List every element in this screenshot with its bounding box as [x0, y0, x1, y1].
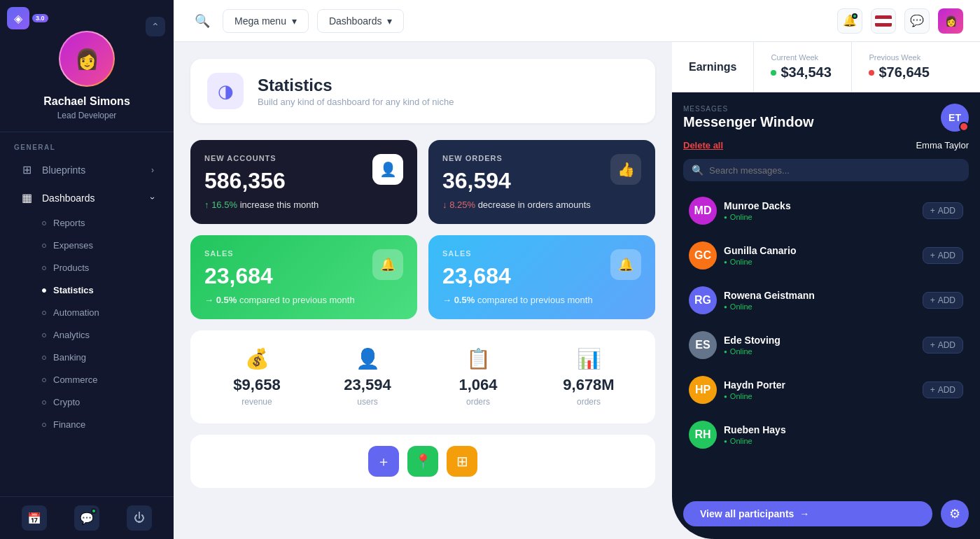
- sidebar-item-products[interactable]: Products: [6, 257, 168, 279]
- orders-label: orders: [428, 397, 528, 407]
- sidebar-item-expenses[interactable]: Expenses: [6, 234, 168, 256]
- contact-name-rowena: Rowena Geistmann: [724, 290, 916, 301]
- message-badge: [91, 508, 97, 514]
- flag-icon: [875, 15, 892, 27]
- messenger-user-avatar[interactable]: ET: [941, 104, 969, 132]
- contact-ede[interactable]: ES Ede Stoving Online + ADD: [683, 324, 969, 366]
- messenger-avatar-initials: ET: [948, 112, 961, 123]
- orders-change-pct: 8.25%: [449, 200, 475, 210]
- add-icon: +: [930, 295, 935, 305]
- sales-blue-text: compared to previous month: [477, 295, 593, 305]
- sidebar-top: ◈ 3.0 ⌃ 👩 Rachael Simons Lead Developer: [0, 0, 174, 132]
- sales-blue-icon-glyph: 🔔: [618, 257, 634, 272]
- dashboards-header-label: Dashboards: [329, 15, 382, 27]
- new-orders-icon: 👍: [610, 154, 641, 185]
- add-gunilla-button[interactable]: + ADD: [923, 247, 963, 264]
- sidebar-item-blueprints[interactable]: ⊞ Blueprints ›: [6, 156, 168, 183]
- add-label: ADD: [938, 251, 955, 260]
- statistics-label: Statistics: [53, 285, 94, 295]
- contact-gunilla[interactable]: GC Gunilla Canario Online + ADD: [683, 234, 969, 276]
- banking-label: Banking: [53, 352, 86, 363]
- settings-button[interactable]: ⚙: [941, 500, 969, 528]
- contacts-list: MD Munroe Dacks Online + ADD GC: [683, 190, 969, 491]
- current-week-label: Current Week: [771, 53, 834, 62]
- sidebar-item-banking[interactable]: Banking: [6, 346, 168, 368]
- table-icon: ⊞: [456, 453, 468, 470]
- content-area: ◑ Statistics Build any kind of dashboard…: [174, 42, 980, 539]
- new-orders-change: ↓ 8.25% decrease in orders amounts: [442, 200, 641, 210]
- automation-label: Automation: [53, 307, 99, 318]
- contact-name-gunilla: Gunilla Canario: [724, 245, 916, 256]
- previous-week-label: Previous Week: [869, 53, 932, 62]
- blueprints-arrow: ›: [151, 165, 154, 175]
- sidebar-item-crypto[interactable]: Crypto: [6, 391, 168, 413]
- add-munroe-button[interactable]: + ADD: [923, 202, 963, 219]
- message-button[interactable]: 💬: [74, 505, 99, 531]
- orders-change-text: decrease in orders amounts: [478, 200, 591, 210]
- avatar: 👩: [59, 31, 115, 87]
- contact-rowena[interactable]: RG Rowena Geistmann Online + ADD: [683, 279, 969, 321]
- view-all-arrow: →: [799, 508, 809, 519]
- new-accounts-icon: 👤: [372, 154, 403, 185]
- add-icon: +: [930, 206, 935, 216]
- power-button[interactable]: ⏻: [127, 505, 152, 531]
- contact-status-haydn: Online: [724, 392, 916, 400]
- contact-name-munroe: Munroe Dacks: [724, 200, 916, 211]
- sidebar-item-analytics[interactable]: Analytics: [6, 324, 168, 346]
- sidebar-item-dashboards[interactable]: ▦ Dashboards ›: [6, 184, 168, 211]
- sales-green-arrow: →: [204, 295, 214, 305]
- messenger-panel: MESSAGES Messenger Window ET Delete all …: [672, 92, 980, 539]
- current-week-amount: $34,543: [771, 64, 834, 80]
- message-search-input[interactable]: [709, 165, 960, 176]
- user-avatar-header[interactable]: 👩: [938, 8, 963, 34]
- finance-label: Finance: [53, 419, 85, 430]
- message-search-bar: 🔍: [683, 159, 969, 181]
- add-haydn-button[interactable]: + ADD: [923, 382, 963, 398]
- stats-icon: ◑: [218, 80, 234, 102]
- avatar-inner: 👩: [60, 32, 113, 85]
- search-button[interactable]: 🔍: [190, 9, 214, 33]
- sidebar-item-finance[interactable]: Finance: [6, 414, 168, 435]
- flag-button[interactable]: [871, 8, 896, 34]
- orders2-label: orders: [539, 397, 638, 407]
- sidebar-item-reports[interactable]: Reports: [6, 212, 168, 234]
- add-rowena-button[interactable]: + ADD: [923, 292, 963, 309]
- contact-rueben[interactable]: RH Rueben Hays Online: [683, 414, 969, 456]
- change-pct: 16.5%: [211, 200, 237, 210]
- header: 🔍 Mega menu ▾ Dashboards ▾ 🔔 💬 👩: [174, 0, 980, 42]
- sidebar-item-commerce[interactable]: Commerce: [6, 369, 168, 391]
- small-metrics-row: 💰 $9,658 revenue 👤 23,594 users 📋 1,064 …: [190, 330, 655, 424]
- contact-haydn[interactable]: HP Haydn Porter Online + ADD: [683, 369, 969, 411]
- dashboards-button[interactable]: Dashboards ▾: [317, 9, 405, 33]
- current-week-section: Current Week $34,543: [753, 42, 851, 92]
- view-all-participants-button[interactable]: View all participants →: [683, 501, 932, 526]
- sales-green-icon-glyph: 🔔: [380, 257, 396, 272]
- metric-sales-blue: SALES 23,684 → 0.5% compared to previous…: [428, 235, 655, 319]
- add-action-button[interactable]: ＋: [368, 446, 399, 477]
- contact-munroe[interactable]: MD Munroe Dacks Online + ADD: [683, 190, 969, 232]
- sidebar-item-automation[interactable]: Automation: [6, 302, 168, 323]
- change-text: increase this month: [240, 200, 319, 210]
- chat-button[interactable]: 💬: [904, 8, 930, 34]
- delete-all-button[interactable]: Delete all: [683, 140, 723, 150]
- sidebar-collapse-button[interactable]: ⌃: [146, 17, 165, 36]
- table-action-button[interactable]: ⊞: [447, 446, 477, 477]
- sales-blue-icon: 🔔: [610, 249, 641, 280]
- location-action-button[interactable]: 📍: [407, 446, 438, 477]
- finance-dot: [42, 423, 46, 427]
- crypto-label: Crypto: [53, 397, 80, 407]
- orders-value: 1,064: [428, 376, 528, 394]
- previous-week-section: Previous Week $76,645: [851, 42, 949, 92]
- settings-icon: ⚙: [949, 506, 960, 522]
- add-ede-button[interactable]: + ADD: [923, 337, 963, 354]
- sidebar-item-statistics[interactable]: Statistics: [6, 279, 168, 301]
- contact-info-rowena: Rowena Geistmann Online: [724, 290, 916, 311]
- messenger-title-area: MESSAGES Messenger Window: [683, 105, 814, 130]
- notifications-button[interactable]: 🔔: [837, 8, 862, 34]
- mega-menu-button[interactable]: Mega menu ▾: [223, 9, 309, 33]
- sales-green-icon: 🔔: [372, 249, 403, 280]
- calendar-button[interactable]: 📅: [22, 505, 47, 531]
- metric-new-orders: NEW ORDERS 36,594 ↓ 8.25% decrease in or…: [428, 140, 655, 224]
- contact-avatar-ede: ES: [689, 331, 717, 359]
- messages-label: MESSAGES: [683, 105, 814, 113]
